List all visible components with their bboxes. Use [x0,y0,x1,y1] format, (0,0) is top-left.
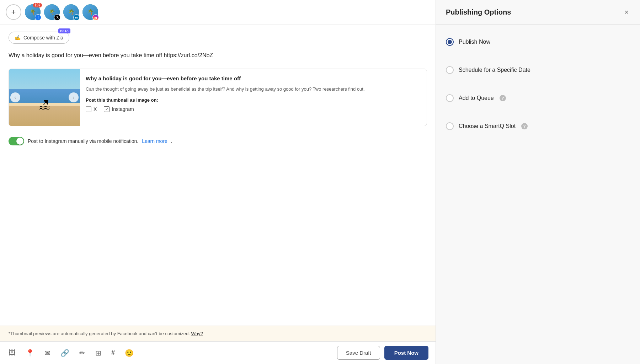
radio-add-queue[interactable] [446,94,454,102]
x-badge: 𝕏 [54,14,60,21]
learn-more-suffix: . [171,138,172,144]
thumbnail-notice: *Thumbnail previews are automatically ge… [0,326,436,341]
beach-chairs: 🏖 [39,98,50,112]
post-text-content[interactable]: Why a holiday is good for you—even befor… [9,51,427,60]
smartq-help-icon[interactable]: ? [521,123,528,129]
instagram-checkbox[interactable]: ✓ [104,106,110,112]
preview-image: 🏖 ‹ › [9,69,80,126]
zia-icon: ✍ [15,35,21,41]
preview-title: Why a holiday is good for you—even befor… [86,75,421,82]
toggle-knob [16,138,23,145]
plus-icon: + [11,7,16,17]
add-queue-help-icon[interactable]: ? [500,95,506,101]
add-queue-label: Add to Queue [459,95,494,101]
grid-icon[interactable]: ⊞ [94,347,103,359]
notification-badge: 197 [33,3,42,7]
right-panel-header: Publishing Options × [436,0,640,25]
checkmark-icon: ✓ [105,107,108,112]
post-now-button[interactable]: Post Now [384,346,428,360]
save-draft-button[interactable]: Save Draft [337,346,380,360]
beta-badge: BETA [58,28,70,33]
x-checkbox[interactable] [86,106,91,112]
account-ig[interactable]: 🌴 Ig [82,4,98,20]
email-icon[interactable]: ✉ [43,347,52,359]
account-x[interactable]: 🌴 𝕏 [44,4,60,20]
learn-more-link[interactable]: Learn more [142,138,167,144]
radio-inner-selected [448,40,452,44]
x-option-label: X [94,106,97,112]
facebook-badge: f [35,14,41,21]
link-icon[interactable]: 🔗 [59,347,71,359]
location-icon[interactable]: 📍 [24,347,36,359]
instagram-option-label: Instagram [112,106,134,112]
radio-schedule-date[interactable] [446,66,454,74]
bottom-toolbar: 🖼 📍 ✉ 🔗 ✏ ⊞ # 🙂 Save Draft Post Now [0,341,436,364]
publishing-options-title: Publishing Options [446,8,511,16]
emoji-icon[interactable]: 🙂 [123,347,135,359]
hash-icon[interactable]: # [110,348,116,358]
option-publish-now[interactable]: Publish Now [436,28,640,56]
instagram-thumbnail-option[interactable]: ✓ Instagram [104,106,134,112]
prev-arrow-button[interactable]: ‹ [10,92,20,102]
smartq-label: Choose a SmartQ Slot [459,123,516,129]
instagram-badge: Ig [92,14,99,21]
thumbnail-label: Post this thumbnail as image on: [86,97,421,103]
schedule-date-label: Schedule for a Specific Date [459,67,530,73]
preview-content: Why a holiday is good for you—even befor… [80,69,427,126]
pencil-icon[interactable]: ✏ [78,347,87,359]
why-link[interactable]: Why? [191,331,203,336]
instagram-toggle-text: Post to Instagram manually via mobile no… [28,138,138,144]
image-icon[interactable]: 🖼 [7,347,17,358]
option-smartq[interactable]: Choose a SmartQ Slot ? [436,112,640,140]
toolbar-actions: Save Draft Post Now [337,346,428,360]
preview-description: Can the thought of going away be just as… [86,86,421,93]
next-arrow-button[interactable]: › [69,92,79,102]
instagram-toggle[interactable] [9,137,24,145]
x-thumbnail-option[interactable]: X [86,106,97,112]
toolbar-icons: 🖼 📍 ✉ 🔗 ✏ ⊞ # 🙂 [7,347,135,359]
thumbnail-notice-text: *Thumbnail previews are automatically ge… [9,331,190,336]
top-bar: + 197 🌴 f 🌴 𝕏 🌴 in 🌴 [0,0,436,25]
compose-zia-button[interactable]: ✍ Compose with Zia BETA [9,32,69,44]
publish-now-label: Publish Now [459,39,490,45]
option-schedule-date[interactable]: Schedule for a Specific Date [436,56,640,84]
publishing-options-list: Publish Now Schedule for a Specific Date… [436,25,640,364]
right-panel: Publishing Options × Publish Now Schedul… [436,0,640,364]
left-panel: + 197 🌴 f 🌴 𝕏 🌴 in 🌴 [0,0,436,364]
instagram-toggle-row: Post to Instagram manually via mobile no… [9,133,427,151]
compose-area: ✍ Compose with Zia BETA Why a holiday is… [0,25,436,326]
close-button[interactable]: × [623,7,630,17]
linkedin-badge: in [73,14,80,21]
link-preview-card: 🏖 ‹ › Why a holiday is good for you—even… [9,69,427,126]
account-fb[interactable]: 197 🌴 f [25,4,41,20]
radio-smartq[interactable] [446,122,454,130]
option-add-queue[interactable]: Add to Queue ? [436,84,640,112]
thumbnail-options: X ✓ Instagram [86,106,421,112]
radio-publish-now[interactable] [446,38,454,46]
account-li[interactable]: 🌴 in [63,4,79,20]
add-account-button[interactable]: + [6,4,21,20]
compose-zia-label: Compose with Zia [23,35,63,41]
